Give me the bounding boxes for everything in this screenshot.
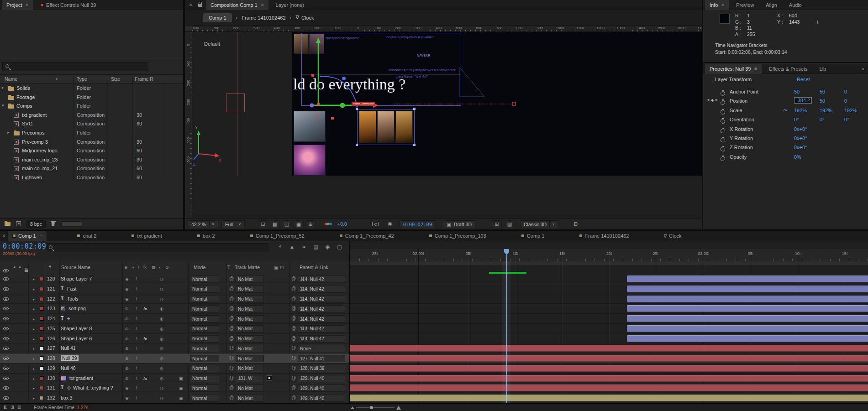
- new-folder-icon[interactable]: [5, 221, 11, 227]
- switch-quality[interactable]: \: [136, 386, 137, 390]
- parent-dropdown[interactable]: 128. Null 39∨: [298, 365, 345, 372]
- layer-expand-arrow[interactable]: ▸: [33, 277, 35, 281]
- mode-dropdown[interactable]: Normal∨: [190, 365, 219, 372]
- pixel-aspect-icon[interactable]: ⊞: [492, 220, 502, 228]
- current-time-display[interactable]: 0:00:02:09 00069 (30.00 fps): [3, 242, 46, 256]
- panel-menu-icon[interactable]: ≡: [261, 2, 264, 7]
- channels-icon[interactable]: [325, 223, 333, 226]
- parent-dropdown[interactable]: 114. Null 42∨: [298, 286, 345, 293]
- layer-duration-bar[interactable]: [627, 296, 868, 302]
- matte-pickwhip-icon[interactable]: @: [229, 316, 234, 321]
- switch-motion-blur[interactable]: ◎: [160, 327, 163, 331]
- mode-dropdown[interactable]: Normal∨: [190, 385, 219, 392]
- mode-dropdown[interactable]: Normal∨: [190, 315, 219, 323]
- column-number[interactable]: #: [48, 265, 51, 270]
- matte-pickwhip-icon[interactable]: @: [229, 375, 234, 380]
- layer-expand-arrow[interactable]: ▸: [33, 367, 35, 371]
- close-panel-icon[interactable]: ×: [0, 231, 8, 241]
- layer-row-131[interactable]: ▸131T◎What if...erything ?⊕\◎▣Normal∨@No…: [0, 383, 349, 393]
- switch-motion-blur[interactable]: ◎: [160, 356, 163, 361]
- switch-anchor[interactable]: ⊕: [125, 396, 129, 401]
- layer-row-120[interactable]: ▸120Shape Layer 7⊕\◎Normal∨@No Mat∨@114.…: [0, 274, 349, 284]
- parent-dropdown[interactable]: 129. Null 40∨: [298, 375, 345, 382]
- switch-quality[interactable]: \: [136, 287, 137, 291]
- tab-project[interactable]: Project≡: [2, 0, 33, 10]
- zoom-handle[interactable]: [370, 406, 373, 409]
- layer-expand-arrow[interactable]: ▸: [33, 307, 35, 311]
- tab-effect-controls-null-39[interactable]: Effect Controls Null 39: [36, 0, 100, 10]
- switch-anchor[interactable]: ⊕: [125, 356, 129, 361]
- switch-anchor[interactable]: ⊕: [125, 287, 129, 291]
- column-framerate[interactable]: Frame R: [135, 76, 153, 82]
- project-item-txt-gradient[interactable]: txt gradientComposition30: [0, 111, 183, 120]
- property-value[interactable]: 192%: [794, 108, 807, 113]
- layer-duration-bar[interactable]: [627, 286, 868, 292]
- mode-dropdown[interactable]: Normal∨: [190, 345, 219, 352]
- switch-fx[interactable]: fx: [143, 376, 147, 381]
- renderer-button[interactable]: ▣Draft 3D: [443, 220, 475, 228]
- layer-duration-bar[interactable]: [350, 365, 868, 372]
- property-value[interactable]: 0: [844, 89, 847, 94]
- toggle-modes-icon[interactable]: ◨: [10, 405, 15, 410]
- reset-button[interactable]: Reset: [797, 77, 810, 82]
- switch-motion-blur[interactable]: ◎: [160, 297, 163, 302]
- ruler-origin-button[interactable]: [185, 26, 192, 32]
- layer-row-121[interactable]: ▸121TFast⊕\◎Normal∨@No Mat∨@114. Null 42…: [0, 284, 349, 294]
- trackmatte-dropdown[interactable]: No Mat∨: [236, 296, 264, 303]
- mode-dropdown[interactable]: Normal∨: [190, 375, 219, 382]
- project-item-solids[interactable]: ▸SolidsFolder: [0, 84, 183, 93]
- fast-previews-icon[interactable]: ▤: [505, 220, 515, 228]
- toggle-switches-icon[interactable]: ◧: [3, 405, 8, 410]
- brainstorm-icon[interactable]: ◉: [323, 244, 332, 250]
- switch-quality[interactable]: \: [136, 396, 137, 401]
- switch-motion-blur[interactable]: ◎: [160, 396, 163, 401]
- parent-pickwhip-icon[interactable]: @: [291, 296, 296, 301]
- column-parent-link[interactable]: Parent & Link: [300, 265, 328, 270]
- layer-duration-bar[interactable]: [627, 335, 868, 342]
- tab-properties-null-39[interactable]: Properties: Null 39≡: [705, 64, 762, 74]
- switch-motion-blur[interactable]: ◎: [160, 317, 163, 321]
- column-size[interactable]: Size: [111, 76, 120, 82]
- switch-anchor[interactable]: ⊕: [125, 327, 129, 331]
- add-keyframe-icon[interactable]: ◆: [711, 98, 714, 102]
- mode-dropdown[interactable]: Normal∨: [190, 276, 219, 283]
- matte-pickwhip-icon[interactable]: @: [229, 326, 234, 331]
- parent-pickwhip-icon[interactable]: @: [291, 345, 296, 350]
- matte-pickwhip-icon[interactable]: @: [229, 395, 234, 400]
- layer-expand-arrow[interactable]: ▸: [33, 396, 35, 401]
- layer-duration-bar[interactable]: [350, 385, 868, 391]
- timeline-zoom-slider[interactable]: [351, 406, 401, 410]
- switch-quality[interactable]: \: [136, 327, 137, 331]
- switch-quality[interactable]: \: [136, 307, 137, 311]
- layer-duration-bar[interactable]: [350, 355, 868, 362]
- trackmatte-dropdown[interactable]: No Mat∨: [236, 325, 264, 333]
- project-item-precomps[interactable]: ▸PrecompsFolder: [0, 129, 183, 138]
- trackmatte-dropdown[interactable]: No Mat∨: [236, 286, 264, 293]
- mode-dropdown[interactable]: Normal∨: [190, 335, 219, 343]
- layer-expand-arrow[interactable]: ▸: [33, 297, 35, 302]
- layer-duration-bar[interactable]: [627, 305, 868, 312]
- switch-motion-blur[interactable]: ◎: [160, 337, 163, 341]
- switch-anchor[interactable]: ⊕: [125, 386, 129, 390]
- switch-motion-blur[interactable]: ◎: [160, 287, 163, 291]
- parent-pickwhip-icon[interactable]: @: [291, 326, 296, 331]
- layer-row-132[interactable]: ▸132box 3⊕\◎▣Normal∨@No Mat∨@129. Null 4…: [0, 393, 349, 403]
- trackmatte-dropdown[interactable]: 131. W∨: [236, 375, 264, 382]
- property-value[interactable]: 50: [794, 89, 800, 94]
- timeline-track-area[interactable]: 25f02:00f05f10f15f20f25f03:00f05f10f15f: [349, 241, 868, 403]
- switch-quality[interactable]: \: [136, 346, 137, 351]
- property-value[interactable]: 192%: [820, 108, 832, 113]
- switch-quality[interactable]: \: [136, 376, 137, 381]
- switch-anchor[interactable]: ⊕: [125, 277, 129, 281]
- switch-quality[interactable]: \: [136, 317, 137, 321]
- switch-motion-blur[interactable]: ◎: [160, 277, 163, 281]
- trackmatte-dropdown[interactable]: No Mat∨: [236, 355, 264, 362]
- toggle-inout-icon[interactable]: ▥: [16, 405, 22, 410]
- parent-dropdown[interactable]: 127. Null 41∨: [298, 355, 345, 362]
- layer-duration-bar[interactable]: [350, 345, 868, 352]
- panel-menu-icon[interactable]: ≡: [721, 2, 724, 7]
- transparency-grid-icon[interactable]: ▦: [270, 220, 280, 228]
- layer-expand-arrow[interactable]: ▸: [33, 337, 35, 341]
- switch-motion-blur[interactable]: ◎: [160, 307, 163, 311]
- layer-row-126[interactable]: ▸126Shape Layer 6⊕\fx◎Normal∨@No Mat∨@11…: [0, 334, 349, 344]
